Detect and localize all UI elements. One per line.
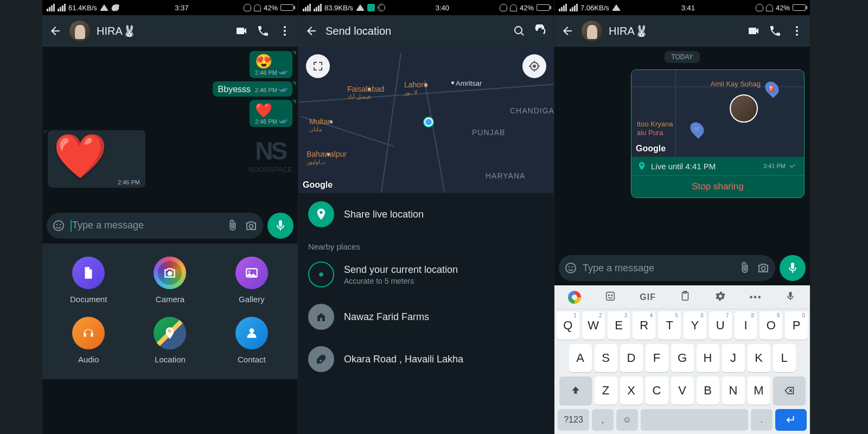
attach-document[interactable]: Document <box>70 257 107 304</box>
emoji-icon[interactable] <box>52 219 65 232</box>
share-live-location[interactable]: Share live location <box>298 193 554 235</box>
period-key[interactable]: . <box>751 409 773 431</box>
key-N[interactable]: N <box>722 376 745 405</box>
backspace-key[interactable] <box>773 376 806 405</box>
key-H[interactable]: H <box>697 344 719 372</box>
comma-key[interactable]: , <box>592 409 614 431</box>
attach-gallery[interactable]: Gallery <box>235 257 268 304</box>
more-icon[interactable]: ••• <box>750 292 762 302</box>
message-out[interactable]: ❤️2:46 PM <box>250 100 292 127</box>
emoji-icon[interactable] <box>564 261 577 275</box>
key-R[interactable]: R4 <box>633 311 655 340</box>
locate-me-button[interactable] <box>522 54 546 78</box>
key-G[interactable]: G <box>671 344 694 372</box>
message-out[interactable]: Bbyesss2:46 PM <box>213 81 292 97</box>
svg-point-7 <box>168 271 173 276</box>
message-in[interactable]: ❤️2:46 PM <box>48 130 145 188</box>
attach-contact[interactable]: Contact <box>235 317 268 364</box>
key-Q[interactable]: Q1 <box>557 311 579 340</box>
map-city-label: Faisalabadفیصل آباد <box>347 85 385 100</box>
key-P[interactable]: P0 <box>785 311 808 340</box>
map[interactable]: Google Faisalabadفیصل آبادLahoreلاہورMul… <box>298 47 554 193</box>
gear-icon[interactable] <box>714 290 726 304</box>
video-call-button[interactable] <box>746 23 761 39</box>
send-current-location[interactable]: Send your current locationAccurate to 5 … <box>298 253 554 296</box>
spacebar[interactable] <box>641 409 748 431</box>
attach-audio[interactable]: Audio <box>72 317 105 364</box>
key-K[interactable]: K <box>748 344 770 372</box>
contact-avatar[interactable] <box>582 21 602 41</box>
svg-point-18 <box>566 263 576 273</box>
key-J[interactable]: J <box>722 344 745 372</box>
enter-key[interactable]: ↵ <box>775 409 807 431</box>
voice-record-button[interactable] <box>267 213 293 239</box>
voice-call-button[interactable] <box>768 23 783 39</box>
key-A[interactable]: A <box>569 344 592 372</box>
contact-name[interactable]: HIRA🐰 <box>609 24 739 37</box>
back-button[interactable] <box>48 23 63 39</box>
clipboard-icon[interactable] <box>679 290 691 304</box>
overflow-menu[interactable] <box>277 23 292 39</box>
key-D[interactable]: D <box>620 344 643 372</box>
screen-title: Send location <box>326 25 505 37</box>
key-M[interactable]: M <box>748 376 770 405</box>
map-pin-icon: ⛽ <box>762 79 781 98</box>
live-location-bubble[interactable]: Amli Kay Sohag ⛽ ttoo Kryana alu Pura 🛒 … <box>631 69 805 198</box>
key-X[interactable]: X <box>620 376 643 405</box>
key-O[interactable]: O9 <box>760 311 782 340</box>
key-Y[interactable]: Y6 <box>684 311 706 340</box>
symbols-key[interactable]: ?123 <box>558 409 589 431</box>
user-location-avatar <box>730 94 758 123</box>
nearby-place[interactable]: Nawaz Farid Farms <box>298 296 554 338</box>
voice-call-button[interactable] <box>256 23 271 39</box>
key-T[interactable]: T5 <box>658 311 681 340</box>
key-I[interactable]: I8 <box>735 311 757 340</box>
attach-location[interactable]: Location <box>154 317 186 364</box>
gif-button[interactable]: GIF <box>640 292 656 302</box>
mic-icon[interactable] <box>785 291 796 304</box>
map-city-label: Amritsar <box>456 79 482 87</box>
back-button[interactable] <box>560 23 575 39</box>
key-W[interactable]: W2 <box>582 311 605 340</box>
message-input[interactable]: Type a message <box>47 213 263 239</box>
svg-point-15 <box>796 26 798 28</box>
google-icon[interactable] <box>568 291 581 304</box>
key-V[interactable]: V <box>671 376 694 405</box>
nearby-place[interactable]: Okara Road , Havaili Lakha <box>298 338 554 380</box>
camera-icon[interactable] <box>245 219 258 232</box>
key-E[interactable]: E3 <box>608 311 630 340</box>
dnd-icon <box>766 4 773 11</box>
live-map-thumb[interactable]: Amli Kay Sohag ⛽ ttoo Kryana alu Pura 🛒 … <box>631 70 804 157</box>
camera-icon[interactable] <box>757 261 770 275</box>
contact-avatar[interactable] <box>69 21 90 41</box>
fullscreen-button[interactable] <box>306 54 330 78</box>
attach-icon[interactable] <box>226 219 239 232</box>
key-B[interactable]: B <box>697 376 719 405</box>
back-button[interactable] <box>304 23 319 39</box>
stop-sharing-button[interactable]: Stop sharing <box>631 175 804 197</box>
shift-key[interactable] <box>559 376 592 405</box>
refresh-button[interactable] <box>533 23 548 39</box>
message-input[interactable]: Type a message <box>559 255 775 281</box>
sticker-icon[interactable] <box>604 290 616 304</box>
contact-name[interactable]: HIRA🐰 <box>97 24 227 37</box>
key-L[interactable]: L <box>773 344 796 372</box>
key-Z[interactable]: Z <box>595 376 617 405</box>
key-U[interactable]: U7 <box>709 311 732 340</box>
loc-icon <box>154 317 186 349</box>
attach-camera[interactable]: Camera <box>154 257 186 304</box>
overflow-menu[interactable] <box>789 23 805 39</box>
key-S[interactable]: S <box>595 344 617 372</box>
message-out[interactable]: 😍2:46 PM <box>250 51 292 78</box>
svg-point-9 <box>248 271 250 272</box>
video-call-button[interactable] <box>234 23 249 39</box>
key-F[interactable]: F <box>646 344 668 372</box>
search-button[interactable] <box>512 23 527 39</box>
message-input-bar: Type a message <box>42 209 298 243</box>
key-C[interactable]: C <box>646 376 668 405</box>
voice-record-button[interactable] <box>780 255 806 281</box>
attachment-sheet: Document Camera Gallery Audio Location C… <box>42 243 298 379</box>
attach-icon[interactable] <box>738 261 751 275</box>
emoji-key[interactable]: ☺ <box>616 409 638 431</box>
net-speed: 83.9KB/s <box>324 4 353 12</box>
